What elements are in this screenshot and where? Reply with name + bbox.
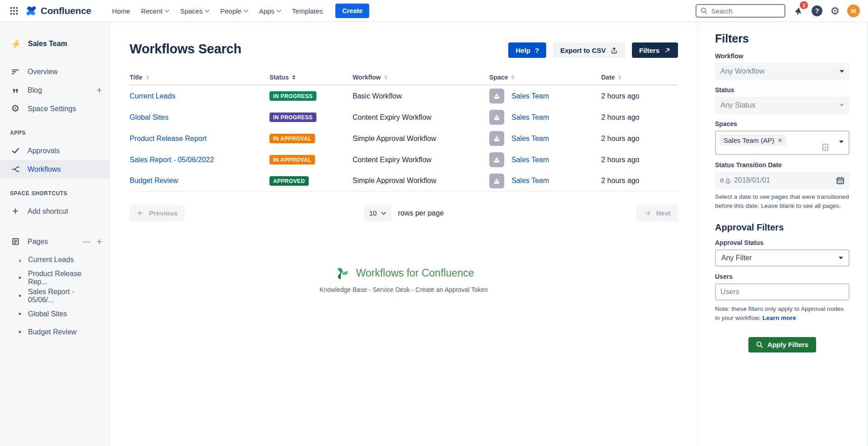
primary-nav: HomeRecentSpacesPeopleAppsTemplates [107, 4, 328, 19]
status-filter-select[interactable]: Any Status [715, 97, 849, 114]
page-tree-item-product-release-rep[interactable]: •Product Release Rep... [0, 269, 109, 287]
nav-item-recent[interactable]: Recent [135, 4, 175, 19]
space-header[interactable]: ⚡ Sales Team [0, 35, 109, 52]
row-title-link[interactable]: Budget Review [130, 177, 178, 184]
filters-button[interactable]: Filters [632, 42, 678, 58]
contact-card-icon [822, 144, 828, 153]
notifications-button[interactable]: 2 [793, 5, 804, 16]
add-blog-post-icon[interactable]: + [97, 85, 102, 96]
row-space-link[interactable]: Sales Team [511, 135, 549, 143]
confluence-logo[interactable]: Confluence [25, 5, 91, 17]
nav-item-templates[interactable]: Templates [287, 4, 328, 19]
users-filter-label: Users [715, 273, 849, 280]
create-button[interactable]: Create [335, 4, 369, 18]
space-name: Sales Team [28, 40, 67, 48]
users-filter-input[interactable] [720, 288, 844, 296]
sidebar-item-space-settings[interactable]: ⚙ Space Settings [0, 99, 109, 118]
page-tree-item-sales-report-05-06[interactable]: •Sales Report - 05/06/... [0, 287, 109, 305]
spaces-filter-label: Spaces [715, 120, 849, 127]
nav-item-apps[interactable]: Apps [254, 4, 287, 19]
space-shortcuts-heading: SPACE SHORTCUTS [0, 190, 109, 197]
column-header-title[interactable]: Title [130, 74, 269, 81]
table-header-row: TitleStatusWorkflowSpaceDate [130, 70, 678, 85]
sidebar-item-overview[interactable]: Overview [0, 62, 109, 81]
status-badge: IN PROGRESS [269, 91, 316, 101]
search-box[interactable] [696, 4, 785, 18]
expand-chevron-icon[interactable]: › [17, 256, 23, 264]
page-tree-item-current-leads[interactable]: ›Current Leads [0, 251, 109, 269]
rows-per-page-value: 10 [369, 209, 377, 217]
plus-icon: + [10, 205, 21, 217]
calendar-icon[interactable] [836, 176, 845, 185]
remove-chip-icon[interactable]: × [778, 136, 782, 144]
sidebar-item-approvals[interactable]: Approvals [0, 141, 109, 160]
footer-link-knowledge-base[interactable]: Knowledge Base [320, 286, 367, 293]
status-badge: IN APPROVAL [269, 134, 315, 143]
page-tree-item-global-sites[interactable]: •Global Sites [0, 305, 109, 323]
chevron-down-icon [244, 9, 248, 13]
sidebar-item-pages[interactable]: Pages ••• + [0, 232, 109, 251]
add-shortcut-button[interactable]: + Add shortcut [0, 202, 109, 221]
page-tree-item-budget-review[interactable]: •Budget Review [0, 323, 109, 341]
search-input[interactable] [711, 7, 774, 15]
transition-date-input[interactable] [720, 176, 819, 184]
space-avatar-icon [489, 131, 504, 146]
status-badge: APPROVED [269, 176, 309, 186]
ship-icon [492, 177, 501, 185]
space-avatar-icon [489, 152, 504, 167]
column-header-status[interactable]: Status [269, 74, 353, 81]
row-title-link[interactable]: Current Leads [130, 92, 175, 100]
table-row: Sales Report - 05/06/2022 IN APPROVAL Co… [130, 149, 678, 170]
column-header-space[interactable]: Space [489, 74, 601, 81]
sort-icon [292, 75, 296, 80]
page-tree-label: Sales Report - 05/06/... [28, 288, 99, 304]
pages-more-icon[interactable]: ••• [83, 239, 91, 244]
column-header-date[interactable]: Date [601, 74, 678, 81]
row-date: 2 hours ago [601, 177, 678, 185]
row-workflow: Simple Approval Workflow [353, 177, 489, 185]
spaces-filter-multiselect[interactable]: Sales Team (AP) × [715, 131, 849, 155]
rows-per-page-select[interactable]: 10 [364, 205, 392, 221]
sidebar-item-blog[interactable]: ” Blog + [0, 81, 109, 99]
apply-filters-button[interactable]: Apply Filters [748, 337, 816, 352]
row-space-link[interactable]: Sales Team [511, 156, 549, 164]
settings-button[interactable]: ⚙ [830, 6, 840, 16]
filters-panel: Filters Workflow Any Workflow Status Any… [697, 22, 868, 446]
arrow-up-right-icon [664, 47, 671, 54]
row-space-link[interactable]: Sales Team [511, 113, 549, 122]
next-page-button[interactable]: Next [636, 205, 678, 221]
footer-link-create-an-approval-token[interactable]: Create an Approval Token [415, 286, 488, 293]
nav-item-home[interactable]: Home [107, 4, 135, 19]
sidebar-item-label: Overview [28, 68, 58, 76]
previous-page-button[interactable]: Previous [130, 205, 185, 221]
status-badge: IN PROGRESS [269, 113, 316, 122]
sort-icon [384, 75, 388, 80]
pages-document-icon [10, 237, 21, 246]
row-title-link[interactable]: Sales Report - 05/06/2022 [130, 156, 214, 164]
row-space-link[interactable]: Sales Team [511, 177, 549, 185]
row-space-link[interactable]: Sales Team [511, 92, 549, 100]
users-filter-field[interactable] [715, 283, 849, 300]
nav-item-spaces[interactable]: Spaces [175, 4, 215, 19]
footer-link-service-desk[interactable]: Service Desk [372, 286, 409, 293]
transition-date-field[interactable] [715, 172, 849, 189]
sidebar-item-label: Pages [28, 238, 48, 246]
nav-item-people[interactable]: People [215, 4, 254, 19]
help-button-topbar[interactable]: ? [812, 5, 822, 16]
blog-quote-icon: ” [10, 88, 21, 93]
link-separator: - [410, 286, 415, 293]
user-avatar[interactable]: M [847, 5, 860, 17]
export-csv-button[interactable]: Export to CSV [553, 42, 625, 58]
ship-icon [492, 113, 501, 121]
workflow-filter-select[interactable]: Any Workflow [715, 63, 849, 80]
learn-more-link[interactable]: Learn more [762, 315, 796, 321]
row-title-link[interactable]: Product Release Report [130, 135, 207, 142]
column-header-workflow[interactable]: Workflow [353, 74, 489, 81]
sidebar-item-workflows[interactable]: Workflows [0, 160, 109, 178]
row-title-link[interactable]: Global Sites [130, 113, 168, 121]
export-share-icon [610, 47, 618, 54]
approval-status-select[interactable]: Any Filter [715, 249, 849, 267]
help-button[interactable]: Help ? [508, 42, 546, 58]
app-switcher-icon[interactable] [8, 5, 20, 17]
add-page-icon[interactable]: + [97, 236, 102, 247]
